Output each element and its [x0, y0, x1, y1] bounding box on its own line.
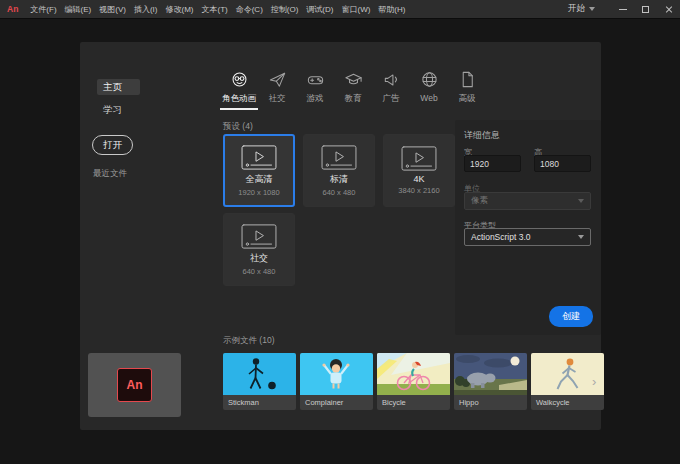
tab-ads[interactable]: 广告 — [372, 68, 410, 110]
preset-card-sd[interactable]: 标清 640 x 480 — [303, 134, 375, 207]
menu-insert[interactable]: 插入(I) — [130, 4, 162, 15]
hippo-thumbnail — [454, 353, 527, 395]
workspace-switcher[interactable]: 开始 — [568, 3, 595, 15]
platform-select[interactable]: ActionScript 3.0 — [464, 228, 591, 246]
preset-label: 社交 — [250, 252, 268, 265]
preset-label: 4K — [413, 174, 424, 184]
units-select: 像素 — [464, 192, 591, 210]
units-value: 像素 — [471, 195, 488, 207]
height-input[interactable] — [534, 155, 591, 172]
video-preset-icon — [240, 224, 278, 249]
video-preset-icon — [320, 145, 358, 170]
tab-social[interactable]: 社交 — [258, 68, 296, 110]
menu-modify[interactable]: 修改(M) — [161, 4, 197, 15]
tab-label: Web — [420, 93, 437, 103]
menubar-right: 开始 — [568, 0, 680, 18]
close-icon — [665, 5, 673, 13]
sample-card-complainer[interactable]: Complainer — [300, 353, 373, 410]
preset-dimensions: 1920 x 1080 — [238, 188, 279, 197]
tab-advanced[interactable]: 高级 — [448, 68, 486, 110]
sidebar-item-home[interactable]: 主页 — [97, 79, 140, 95]
sample-label: Complainer — [300, 395, 373, 410]
maximize-button[interactable] — [634, 0, 657, 19]
animate-logo-icon: An — [117, 368, 152, 402]
tab-web[interactable]: Web — [410, 68, 448, 110]
tab-education[interactable]: 教育 — [334, 68, 372, 110]
megaphone-icon — [382, 70, 401, 89]
home-panel: 主页 学习 打开 最近文件 An 角色动画 社交 — [80, 42, 601, 430]
preset-label: 全高清 — [246, 173, 273, 186]
preset-card-fullhd[interactable]: 全高清 1920 x 1080 — [223, 134, 295, 207]
details-header: 详细信息 — [464, 129, 500, 142]
video-preset-icon — [240, 145, 278, 170]
menubar: An 文件(F) 编辑(E) 视图(V) 插入(I) 修改(M) 文本(T) 命… — [0, 0, 680, 19]
minimize-icon — [619, 9, 627, 10]
graduation-cap-icon — [344, 70, 363, 89]
menu-view[interactable]: 视图(V) — [95, 4, 130, 15]
chevron-down-icon — [578, 235, 584, 239]
video-preset-icon — [400, 146, 438, 171]
sidebar-item-learn[interactable]: 学习 — [103, 104, 122, 117]
sample-label: Bicycle — [377, 395, 450, 410]
preset-dimensions: 640 x 480 — [243, 267, 276, 276]
menu-window[interactable]: 窗口(W) — [337, 4, 374, 15]
tab-label: 教育 — [345, 93, 362, 105]
samples-row: Stickman Complainer — [223, 353, 672, 411]
character-animation-icon — [230, 70, 249, 89]
preset-label: 标清 — [330, 173, 348, 186]
tab-label: 高级 — [459, 93, 476, 105]
category-tabs: 角色动画 社交 游戏 教育 — [220, 68, 486, 110]
chevron-down-icon — [578, 199, 584, 203]
maximize-icon — [642, 6, 649, 13]
open-button[interactable]: 打开 — [92, 135, 133, 155]
globe-icon — [420, 70, 439, 89]
preset-dimensions: 3840 x 2160 — [398, 186, 439, 195]
minimize-button[interactable] — [611, 0, 634, 19]
tab-label: 社交 — [269, 93, 286, 105]
recent-files-label: 最近文件 — [93, 168, 127, 180]
workspace-switcher-label: 开始 — [568, 3, 585, 15]
tab-character-animation[interactable]: 角色动画 — [220, 68, 258, 110]
preset-dimensions: 640 x 480 — [323, 188, 356, 197]
menu-edit[interactable]: 编辑(E) — [61, 4, 96, 15]
platform-value: ActionScript 3.0 — [471, 232, 531, 242]
animate-branding-card: An — [88, 353, 181, 417]
preset-grid: 全高清 1920 x 1080 标清 640 x 480 4K 3840 x 2… — [223, 134, 457, 286]
paper-plane-icon — [268, 70, 287, 89]
sample-label: Stickman — [223, 395, 296, 410]
sample-label: Walkcycle — [531, 395, 604, 410]
complainer-thumbnail — [300, 353, 373, 395]
tab-games[interactable]: 游戏 — [296, 68, 334, 110]
preset-card-social[interactable]: 社交 640 x 480 — [223, 213, 295, 286]
samples-scroll-right-icon[interactable]: › — [592, 374, 596, 389]
tab-label: 游戏 — [307, 93, 324, 105]
menu-control[interactable]: 控制(O) — [267, 4, 303, 15]
bicycle-thumbnail — [377, 353, 450, 395]
menu-debug[interactable]: 调试(D) — [302, 4, 337, 15]
sample-card-bicycle[interactable]: Bicycle — [377, 353, 450, 410]
menu-help[interactable]: 帮助(H) — [374, 4, 409, 15]
app-logo-icon: An — [7, 4, 18, 14]
width-input[interactable] — [464, 155, 521, 172]
document-icon — [458, 70, 477, 89]
close-button[interactable] — [657, 0, 680, 19]
animate-start-window: An 文件(F) 编辑(E) 视图(V) 插入(I) 修改(M) 文本(T) 命… — [0, 0, 680, 464]
presets-header: 预设 (4) — [223, 121, 253, 133]
sample-card-stickman[interactable]: Stickman — [223, 353, 296, 410]
sample-card-hippo[interactable]: Hippo — [454, 353, 527, 410]
tab-label: 角色动画 — [222, 93, 256, 105]
menu-file[interactable]: 文件(F) — [26, 4, 60, 15]
gamepad-icon — [306, 70, 325, 89]
stickman-thumbnail — [223, 353, 296, 395]
tab-label: 广告 — [383, 93, 400, 105]
chevron-down-icon — [589, 7, 595, 11]
details-panel: 详细信息 宽 高 单位 像素 平台类型 ActionScript 3.0 创建 — [455, 120, 601, 335]
menu-text[interactable]: 文本(T) — [197, 4, 231, 15]
preset-card-4k[interactable]: 4K 3840 x 2160 — [383, 134, 455, 207]
menu-commands[interactable]: 命令(C) — [232, 4, 267, 15]
samples-header: 示例文件 (10) — [223, 335, 274, 347]
create-button[interactable]: 创建 — [549, 306, 593, 327]
sample-label: Hippo — [454, 395, 527, 410]
